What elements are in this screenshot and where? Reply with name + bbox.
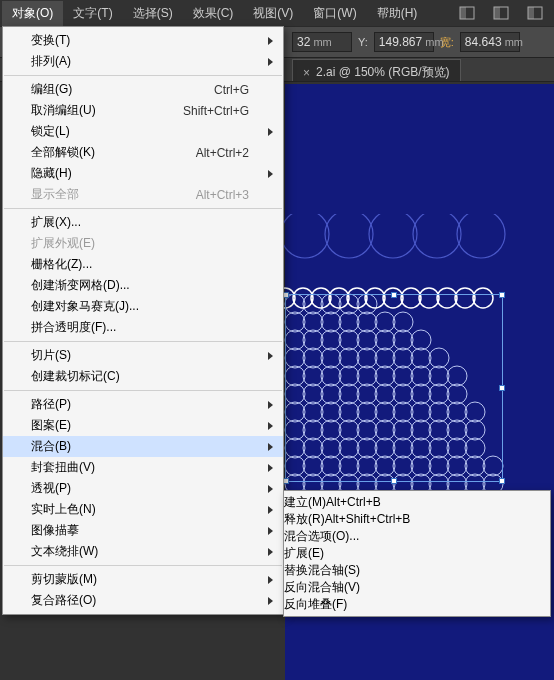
- blend-menu-item[interactable]: 释放(R)Alt+Shift+Ctrl+B: [284, 511, 550, 528]
- object-menu-item[interactable]: 复合路径(O): [3, 590, 283, 611]
- selection-box[interactable]: [285, 294, 503, 482]
- object-menu-item[interactable]: 创建对象马赛克(J)...: [3, 296, 283, 317]
- handle-s[interactable]: [391, 478, 397, 484]
- menu-6[interactable]: 帮助(H): [367, 1, 428, 26]
- object-menu-item[interactable]: 文本绕排(W): [3, 541, 283, 562]
- menu-item-label: 扩展外观(E): [31, 235, 95, 252]
- object-menu-item[interactable]: 切片(S): [3, 345, 283, 366]
- blend-menu-item[interactable]: 反向混合轴(V): [284, 579, 550, 596]
- object-menu-item[interactable]: 封套扭曲(V): [3, 457, 283, 478]
- object-menu-item[interactable]: 创建渐变网格(D)...: [3, 275, 283, 296]
- y-label: Y:: [356, 36, 370, 48]
- menu-0[interactable]: 对象(O): [2, 1, 63, 26]
- menu-item-label: 扩展(X)...: [31, 214, 81, 231]
- w-input[interactable]: 84.643 mm: [460, 32, 520, 52]
- object-menu-item[interactable]: 图案(E): [3, 415, 283, 436]
- arrange-icon[interactable]: [524, 4, 546, 22]
- menubar: 对象(O)文字(T)选择(S)效果(C)视图(V)窗口(W)帮助(H): [0, 0, 554, 26]
- svg-point-7: [325, 214, 373, 258]
- menu-item-label: 隐藏(H): [31, 165, 72, 182]
- menu-item-label: 变换(T): [31, 32, 70, 49]
- menu-item-label: 取消编组(U): [31, 102, 96, 119]
- submenu-arrow-icon: [268, 58, 273, 66]
- menu-4[interactable]: 视图(V): [243, 1, 303, 26]
- shortcut: Alt+Ctrl+2: [196, 146, 249, 160]
- svg-rect-1: [460, 7, 466, 19]
- menu-item-label: 剪切蒙版(M): [31, 571, 97, 588]
- object-menu-item[interactable]: 实时上色(N): [3, 499, 283, 520]
- shortcut: Alt+Ctrl+3: [196, 188, 249, 202]
- menu-item-label: 实时上色(N): [31, 501, 96, 518]
- object-menu-item[interactable]: 剪切蒙版(M): [3, 569, 283, 590]
- object-menu-item[interactable]: 混合(B): [3, 436, 283, 457]
- submenu-arrow-icon: [268, 464, 273, 472]
- submenu-arrow-icon: [268, 401, 273, 409]
- menu-item-label: 文本绕排(W): [31, 543, 98, 560]
- submenu-arrow-icon: [268, 170, 273, 178]
- object-menu-item[interactable]: 栅格化(Z)...: [3, 254, 283, 275]
- blend-menu-item[interactable]: 反向堆叠(F): [284, 596, 550, 613]
- blend-menu-item[interactable]: 建立(M)Alt+Ctrl+B: [284, 494, 550, 511]
- menu-item-label: 混合(B): [31, 438, 71, 455]
- prefix-box[interactable]: 32 mm: [292, 32, 352, 52]
- submenu-arrow-icon: [268, 37, 273, 45]
- menu-item-label: 切片(S): [31, 347, 71, 364]
- menu-item-label: 替换混合轴(S): [284, 563, 360, 577]
- handle-e[interactable]: [499, 385, 505, 391]
- object-menu-item: 显示全部Alt+Ctrl+3: [3, 184, 283, 205]
- menu-item-label: 编组(G): [31, 81, 72, 98]
- menu-1[interactable]: 文字(T): [63, 1, 122, 26]
- object-menu-item[interactable]: 排列(A): [3, 51, 283, 72]
- menu-item-label: 显示全部: [31, 186, 79, 203]
- y-input[interactable]: 149.867 mm: [374, 32, 434, 52]
- object-menu-item[interactable]: 锁定(L): [3, 121, 283, 142]
- submenu-arrow-icon: [268, 443, 273, 451]
- svg-point-9: [413, 214, 461, 258]
- separator: [4, 341, 282, 342]
- menu-item-label: 创建对象马赛克(J)...: [31, 298, 139, 315]
- menu-3[interactable]: 效果(C): [183, 1, 244, 26]
- blend-menu-item[interactable]: 混合选项(O)...: [284, 528, 550, 545]
- object-menu: 变换(T)排列(A)编组(G)Ctrl+G取消编组(U)Shift+Ctrl+G…: [2, 26, 284, 615]
- object-menu-item[interactable]: 拼合透明度(F)...: [3, 317, 283, 338]
- submenu-arrow-icon: [268, 422, 273, 430]
- menu-item-label: 全部解锁(K): [31, 144, 95, 161]
- submenu-arrow-icon: [268, 506, 273, 514]
- shortcut: Alt+Shift+Ctrl+B: [325, 512, 411, 526]
- object-menu-item[interactable]: 变换(T): [3, 30, 283, 51]
- object-menu-item[interactable]: 全部解锁(K)Alt+Ctrl+2: [3, 142, 283, 163]
- submenu-arrow-icon: [268, 527, 273, 535]
- document-tab[interactable]: × 2.ai @ 150% (RGB/预览): [292, 59, 461, 81]
- blend-menu-item[interactable]: 扩展(E): [284, 545, 550, 562]
- menu-2[interactable]: 选择(S): [123, 1, 183, 26]
- handle-n[interactable]: [391, 292, 397, 298]
- svg-point-10: [457, 214, 505, 258]
- menu-item-label: 栅格化(Z)...: [31, 256, 92, 273]
- menu-item-label: 创建渐变网格(D)...: [31, 277, 130, 294]
- object-menu-item[interactable]: 取消编组(U)Shift+Ctrl+G: [3, 100, 283, 121]
- handle-ne[interactable]: [499, 292, 505, 298]
- handle-se[interactable]: [499, 478, 505, 484]
- object-menu-item[interactable]: 透视(P): [3, 478, 283, 499]
- submenu-arrow-icon: [268, 548, 273, 556]
- tab-label: 2.ai @ 150% (RGB/预览): [316, 64, 450, 81]
- menu-item-label: 锁定(L): [31, 123, 70, 140]
- menu-item-label: 拼合透明度(F)...: [31, 319, 116, 336]
- object-menu-item[interactable]: 图像描摹: [3, 520, 283, 541]
- close-icon[interactable]: ×: [303, 66, 310, 80]
- shortcut: Alt+Ctrl+B: [326, 495, 381, 509]
- svg-rect-3: [494, 7, 500, 19]
- doc-icon[interactable]: [490, 4, 512, 22]
- object-menu-item[interactable]: 隐藏(H): [3, 163, 283, 184]
- object-menu-item[interactable]: 创建裁切标记(C): [3, 366, 283, 387]
- object-menu-item[interactable]: 路径(P): [3, 394, 283, 415]
- object-menu-item[interactable]: 扩展(X)...: [3, 212, 283, 233]
- svg-point-8: [369, 214, 417, 258]
- object-menu-item[interactable]: 编组(G)Ctrl+G: [3, 79, 283, 100]
- menu-item-label: 释放(R): [284, 512, 325, 526]
- menu-item-label: 反向堆叠(F): [284, 597, 347, 611]
- layout-icon[interactable]: [456, 4, 478, 22]
- menu-5[interactable]: 窗口(W): [303, 1, 366, 26]
- separator: [4, 75, 282, 76]
- submenu-arrow-icon: [268, 128, 273, 136]
